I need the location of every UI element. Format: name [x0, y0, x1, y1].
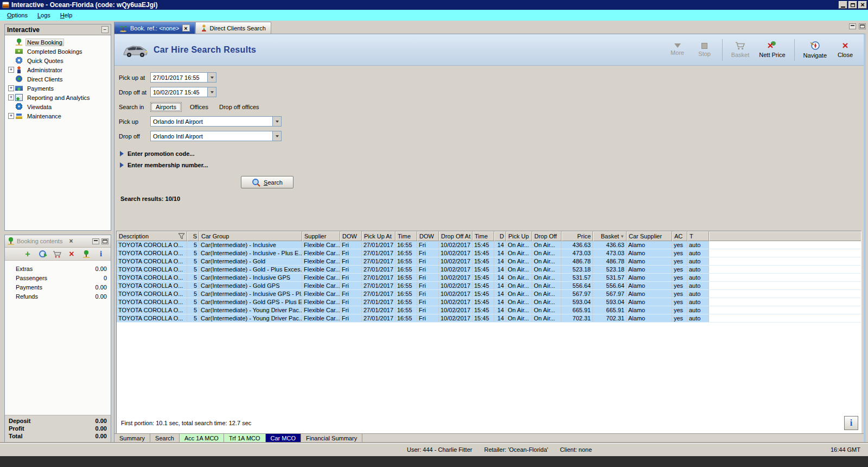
nett-price-button[interactable]: Nett Price — [756, 38, 788, 62]
sidebar-tree-item[interactable]: Administrator — [5, 65, 111, 74]
column-header-d[interactable]: D — [494, 231, 506, 241]
table-row[interactable]: TOYOTA COROLLA O... 5 Car(Intermediate) … — [117, 306, 861, 314]
table-row[interactable]: TOYOTA COROLLA O... 5 Car(Intermediate) … — [117, 298, 861, 306]
close-icon[interactable] — [67, 238, 74, 245]
info-button[interactable] — [844, 416, 858, 430]
column-header-price[interactable]: Price — [561, 231, 593, 241]
column-header-t[interactable]: T — [687, 231, 709, 241]
panel-minimize-button[interactable] — [92, 238, 99, 244]
table-row[interactable]: TOYOTA COROLLA O... 5 Car(Intermediate) … — [117, 257, 861, 266]
navigate-icon — [810, 41, 820, 51]
chevron-down-icon[interactable] — [272, 131, 281, 141]
panel-maximize-button[interactable] — [859, 23, 866, 29]
chevron-down-icon[interactable] — [207, 73, 216, 82]
close-tab-icon[interactable] — [182, 24, 190, 31]
section-tab[interactable]: Car MCO — [266, 434, 301, 442]
search-in-option[interactable]: Drop off offices — [216, 103, 262, 111]
close-button[interactable]: Close — [833, 38, 857, 62]
tab-direct-clients-search[interactable]: Direct Clients Search — [195, 22, 271, 34]
chevron-down-icon[interactable] — [272, 117, 281, 126]
more-button[interactable]: More — [666, 38, 690, 62]
section-tab[interactable]: Trf 1A MCO — [224, 434, 266, 442]
add-icon[interactable] — [23, 250, 32, 258]
panel-maximize-button[interactable] — [101, 238, 108, 244]
dropoff-at-input[interactable]: 10/02/2017 15:45 — [150, 87, 216, 97]
column-header-ac[interactable]: AC — [672, 231, 687, 241]
column-header-pick-up-at[interactable]: Pick Up At — [362, 231, 395, 241]
expand-icon[interactable] — [8, 85, 14, 91]
pickup-combobox[interactable]: Orlando Intl Airport — [150, 116, 282, 127]
cell-car-group: Car(Intermediate) - Gold GPS — [199, 282, 302, 289]
close-window-button[interactable] — [858, 1, 867, 9]
promotion-code-expander[interactable]: Enter promotion code... — [120, 148, 293, 159]
expand-icon[interactable] — [8, 94, 14, 100]
search-timing-status: First portion: 10.1 sec, total search ti… — [121, 420, 251, 426]
cell-price: 593.04 — [561, 298, 593, 306]
sidebar-tree-item[interactable]: Payments — [5, 84, 111, 93]
section-tab[interactable]: Acc 1A MCO — [180, 434, 224, 442]
column-header-description[interactable]: Description — [117, 231, 187, 241]
column-header-time[interactable]: Time — [395, 231, 417, 241]
column-header-pick-up[interactable]: Pick Up — [506, 231, 532, 241]
panel-minimize-button[interactable] — [849, 23, 856, 29]
chevron-down-icon[interactable] — [207, 87, 216, 97]
table-row[interactable]: TOYOTA COROLLA O... 5 Car(Intermediate) … — [117, 314, 861, 323]
sidebar-tree-item[interactable]: Completed Bookings — [5, 47, 111, 56]
sidebar-tree-item[interactable]: Viewdata — [5, 102, 111, 111]
schedule-icon[interactable] — [38, 250, 47, 258]
column-header-supplier[interactable]: Supplier — [302, 231, 340, 241]
section-tab[interactable]: Summary — [114, 434, 150, 442]
panel-header: Car Hire Search Results More Stop Basket — [114, 34, 864, 66]
table-row[interactable]: TOYOTA COROLLA O... 5 Car(Intermediate) … — [117, 266, 861, 274]
section-tab[interactable]: Financial Summary — [301, 434, 362, 442]
filter-icon[interactable] — [178, 233, 185, 239]
expand-icon[interactable] — [8, 67, 14, 73]
dropoff-combobox[interactable]: Orlando Intl Airport — [150, 131, 282, 141]
column-header-time[interactable]: Time — [473, 231, 494, 241]
table-row[interactable]: TOYOTA COROLLA O... 5 Car(Intermediate) … — [117, 290, 861, 298]
column-header-car-supplier[interactable]: Car Supplier — [627, 231, 672, 241]
sidebar-tree-item[interactable]: Maintenance — [5, 111, 111, 121]
person-icon — [201, 24, 207, 32]
table-row[interactable]: TOYOTA COROLLA O... 5 Car(Intermediate) … — [117, 274, 861, 282]
stop-button[interactable]: Stop — [693, 38, 717, 62]
holiday-icon[interactable] — [82, 250, 91, 258]
tab-booking-ref[interactable]: Book. ref.: <none> — [114, 22, 195, 34]
table-row[interactable]: TOYOTA COROLLA O... 5 Car(Intermediate) … — [117, 241, 861, 249]
menu-item[interactable]: Options — [2, 11, 33, 20]
sidebar-tree-item[interactable]: Direct Clients — [5, 74, 111, 84]
navigate-button[interactable]: Navigate — [800, 38, 830, 62]
menu-item[interactable]: Logs — [33, 11, 55, 20]
column-header-dow[interactable]: DOW — [417, 231, 439, 241]
palm-icon — [119, 24, 127, 32]
column-header-drop-off-at[interactable]: Drop Off At — [439, 231, 473, 241]
minimize-button[interactable] — [839, 1, 847, 9]
sidebar-tree-item[interactable]: Quick Quotes — [5, 56, 111, 65]
column-header-basket[interactable]: Basket▼ — [593, 231, 627, 241]
column-header-dow[interactable]: DOW — [340, 231, 362, 241]
expand-icon[interactable] — [8, 113, 14, 119]
table-row[interactable]: TOYOTA COROLLA O... 5 Car(Intermediate) … — [117, 282, 861, 290]
membership-number-expander[interactable]: Enter membership number... — [120, 159, 293, 171]
sidebar-tree-item[interactable]: Reporting and Analytics — [5, 93, 111, 102]
search-in-option[interactable]: Airports — [150, 102, 182, 112]
pickup-at-input[interactable]: 27/01/2017 16:55 — [150, 72, 216, 83]
menu-item[interactable]: Help — [55, 11, 78, 20]
column-header-car-group[interactable]: Car Group — [199, 231, 302, 241]
column-header-drop-off[interactable]: Drop Off — [532, 231, 561, 241]
column-header-s[interactable]: S — [187, 231, 199, 241]
sidebar-tree-item[interactable]: New Booking — [5, 37, 111, 47]
booking-contents-tab[interactable]: Booking contents — [7, 237, 74, 245]
info-icon[interactable] — [97, 250, 105, 258]
search-in-option[interactable]: Offices — [187, 103, 211, 111]
table-row[interactable]: TOYOTA COROLLA O... 5 Car(Intermediate) … — [117, 249, 861, 257]
basket-button[interactable]: Basket — [728, 38, 753, 62]
search-button[interactable]: Search — [241, 176, 293, 188]
document-tabstrip: Book. ref.: <none> Direct Clients Search — [114, 22, 866, 34]
sidebar-collapse-button[interactable] — [101, 26, 108, 33]
delete-icon[interactable] — [67, 250, 76, 258]
basket-icon[interactable] — [53, 250, 61, 258]
cell-price: 531.57 — [561, 274, 593, 281]
section-tab[interactable]: Search — [150, 434, 180, 442]
restore-button[interactable] — [848, 1, 857, 9]
